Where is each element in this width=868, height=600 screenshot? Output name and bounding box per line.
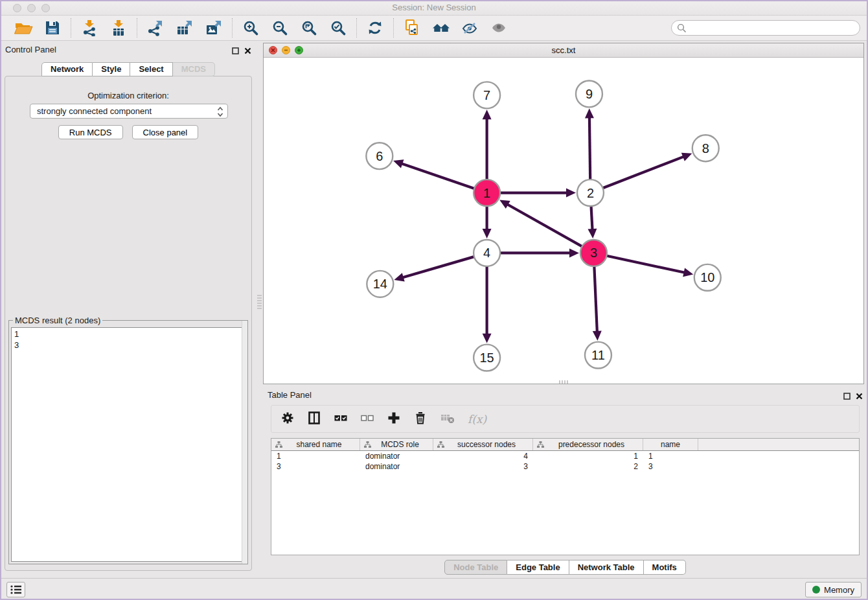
column-header-shared-name[interactable]: shared name [271,439,360,450]
run-mcds-button[interactable]: Run MCDS [58,125,123,139]
graph-edge-3-1[interactable] [507,203,582,246]
graph-edge-3-10[interactable] [606,256,685,273]
graph-edge-3-11[interactable] [594,266,597,333]
table-panel-title: Table Panel [268,390,312,400]
tab-select[interactable]: Select [130,62,172,76]
zoom-in-button[interactable] [241,18,260,38]
network-canvas[interactable]: 7968124314101511 [264,58,863,384]
graph-edge-4-14[interactable] [402,257,474,278]
export-image-button[interactable] [204,18,223,38]
export-table-icon [176,19,194,36]
table-cell[interactable]: 1 [533,451,643,461]
table-cell[interactable]: 1 [643,451,698,461]
graph-node-label: 6 [376,149,383,163]
table-cell[interactable]: 3 [643,461,698,472]
hierarchy-icon [537,441,544,448]
hierarchy-icon [275,441,282,448]
memory-button[interactable]: Memory [805,582,862,597]
zoom-out-icon [271,19,288,36]
export-table-button[interactable] [175,18,194,38]
save-session-button[interactable] [43,18,62,38]
refresh-button[interactable] [365,18,385,38]
table-panel-tabs: Node Table Edge Table Network Table Moti… [262,560,868,575]
table-cell[interactable]: 4 [433,451,533,461]
control-panel-header: Control Panel [0,41,257,58]
table-cell[interactable]: 3 [271,461,360,472]
minimize-window-button[interactable] [27,4,36,12]
function-builder-icon[interactable]: f(x) [468,413,486,426]
tab-node-table[interactable]: Node Table [444,560,507,575]
network-minimize-button[interactable] [282,46,290,54]
import-network-icon [81,19,98,36]
tab-edge-table[interactable]: Edge Table [507,560,569,575]
gear-icon[interactable] [280,411,295,428]
zoom-fit-button[interactable] [299,18,319,38]
column-header-name[interactable]: name [643,439,698,450]
close-window-button[interactable] [13,4,21,12]
open-session-button[interactable] [14,18,33,38]
result-scrollbar[interactable] [242,321,247,564]
float-panel-icon[interactable] [232,45,239,57]
table-cell[interactable]: dominator [360,451,433,461]
table-row[interactable]: 3dominator323 [271,461,859,472]
splitter-grip[interactable] [257,295,262,309]
table-cell[interactable]: 3 [433,461,533,472]
network-window-title: scc.txt [264,43,863,58]
network-maximize-button[interactable] [295,46,303,54]
zoom-window-button[interactable] [41,4,50,12]
table-row[interactable]: 1dominator411 [271,451,859,461]
task-history-button[interactable] [6,582,25,597]
duplicate-network-button[interactable] [402,18,422,38]
delete-table-icon[interactable] [440,411,455,428]
home-networks-button[interactable] [431,18,451,38]
refresh-icon [367,19,383,36]
network-close-button[interactable] [269,46,277,54]
memory-label: Memory [824,585,854,595]
graph-edge-1-6[interactable] [400,163,474,189]
close-panel-icon[interactable] [244,45,251,57]
graph-node-label: 4 [483,246,490,260]
network-resize-grip[interactable] [559,380,568,384]
columns-icon[interactable] [307,411,321,428]
search-input[interactable] [671,20,860,36]
column-header-mcds-role[interactable]: MCDS role [360,439,433,450]
graph-edge-arrow [483,334,492,343]
table-cell[interactable]: 2 [533,461,643,472]
session-title: Session: New Session [0,0,868,16]
zoom-out-button[interactable] [270,18,290,38]
graph-edge-2-9[interactable] [589,116,590,179]
select-all-icon[interactable] [334,411,348,428]
show-selected-button[interactable] [490,18,509,38]
panel-splitter[interactable] [257,41,262,578]
export-network-button[interactable] [146,18,165,38]
graph-edge-arrow [588,229,597,238]
tab-style[interactable]: Style [93,62,130,76]
graph-edge-2-8[interactable] [603,156,685,188]
close-panel-icon[interactable] [856,391,863,402]
criterion-dropdown[interactable]: strongly connected component [30,104,228,119]
column-header-predecessor-nodes[interactable]: predecessor nodes [533,439,643,450]
window-border [0,0,868,1]
graph-node-label: 3 [590,246,597,260]
graph-node-label: 1 [483,186,490,200]
tab-mcds[interactable]: MCDS [173,62,215,76]
close-panel-button[interactable]: Close panel [132,125,199,139]
column-header-successor-nodes[interactable]: successor nodes [433,439,533,450]
import-network-button[interactable] [80,18,99,38]
graph-edge-2-3[interactable] [591,206,593,231]
table-cell[interactable]: dominator [360,461,433,472]
tab-motifs[interactable]: Motifs [644,560,686,575]
add-column-icon[interactable] [387,411,401,428]
table-cell-filler [698,461,859,472]
mcds-result-text[interactable]: 1 3 [11,327,246,562]
float-panel-icon[interactable] [843,391,851,402]
tab-network[interactable]: Network [41,62,93,76]
table-cell[interactable]: 1 [271,451,360,461]
hide-selected-button[interactable] [461,18,480,38]
import-table-button[interactable] [109,18,128,38]
delete-column-icon[interactable] [413,411,428,428]
tab-network-table[interactable]: Network Table [569,560,644,575]
deselect-all-icon[interactable] [360,411,374,428]
zoom-selected-button[interactable] [328,18,348,38]
graph-edge-arrow [566,189,576,198]
